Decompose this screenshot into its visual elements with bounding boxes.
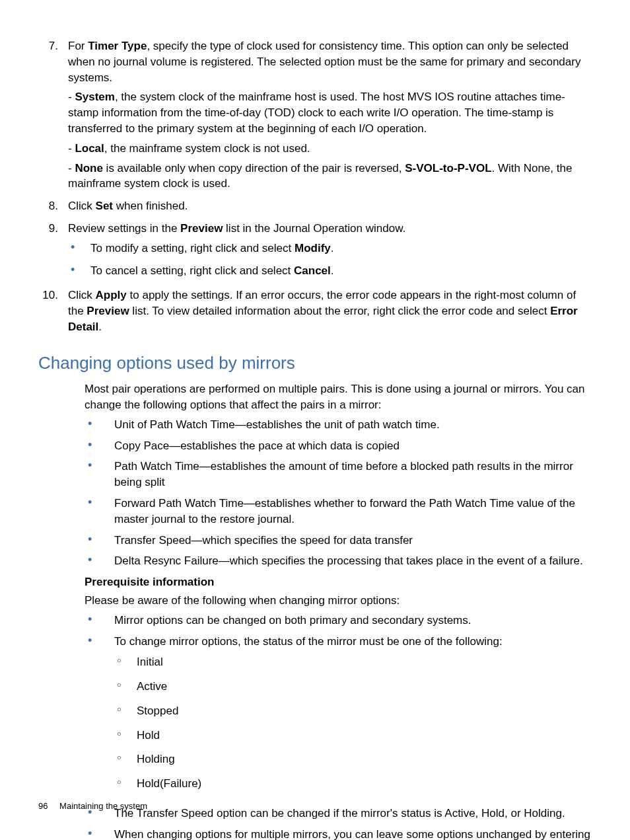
bullet-icon: •	[38, 827, 114, 840]
status-item: ○Stopped	[114, 703, 592, 719]
status-item: ○Initial	[114, 654, 592, 670]
bullet-icon: •	[38, 496, 114, 527]
paragraph: To cancel a setting, right click and sel…	[90, 263, 592, 279]
bullet-body: The Transfer Speed option can be changed…	[114, 806, 592, 821]
option-item: •Delta Resync Failure—which specifies th…	[38, 553, 592, 569]
bullet-icon: •	[38, 553, 114, 569]
list-number: 7.	[38, 38, 68, 196]
paragraph: For Timer Type, specify the type of cloc…	[68, 38, 592, 85]
footer-title: Maintaining the system	[59, 801, 147, 811]
bullet-body: Path Watch Time—establishes the amount o…	[114, 459, 592, 490]
bullet-icon: •	[38, 533, 114, 549]
list-number: 10.	[38, 287, 68, 338]
bullet-body: To modify a setting, right click and sel…	[90, 241, 592, 259]
circle-icon: ○	[114, 728, 137, 744]
list-item-8: 8. Click Set when finished.	[38, 198, 592, 218]
paragraph: Review settings in the Preview list in t…	[68, 221, 592, 237]
bullet-icon: •	[68, 241, 90, 259]
status-label: Hold(Failure)	[137, 776, 592, 792]
status-list: ○Initial ○Active ○Stopped ○Hold ○Holding…	[114, 654, 592, 792]
numbered-list: 7. For Timer Type, specify the type of c…	[38, 38, 592, 339]
list-number: 9.	[38, 221, 68, 285]
circle-icon: ○	[114, 679, 137, 695]
list-item-10: 10. Click Apply to apply the settings. I…	[38, 287, 592, 338]
sub-bullet-item: • To modify a setting, right click and s…	[68, 241, 592, 259]
list-item-9: 9. Review settings in the Preview list i…	[38, 221, 592, 285]
option-item: •Path Watch Time—establishes the amount …	[38, 459, 592, 490]
bullet-icon: •	[38, 613, 114, 629]
list-body: Review settings in the Preview list in t…	[68, 221, 592, 285]
circle-icon: ○	[114, 751, 137, 767]
paragraph: - None is available only when copy direc…	[68, 161, 592, 192]
bullet-body: Copy Pace—establishes the pace at which …	[114, 438, 592, 454]
sub-bullet-list: • To modify a setting, right click and s…	[68, 241, 592, 282]
bullet-body: To cancel a setting, right click and sel…	[90, 263, 592, 282]
paragraph: To modify a setting, right click and sel…	[90, 241, 592, 256]
paragraph: - Local, the mainframe system clock is n…	[68, 141, 592, 157]
page-footer: 96 Maintaining the system	[38, 800, 147, 812]
bullet-icon: •	[38, 438, 114, 454]
status-item: ○Hold(Failure)	[114, 776, 592, 792]
option-item: •Unit of Path Watch Time—establishes the…	[38, 417, 592, 433]
options-list: •Unit of Path Watch Time—establishes the…	[38, 417, 592, 569]
list-body: Click Apply to apply the settings. If an…	[68, 287, 592, 338]
prereq-item: • To change mirror options, the status o…	[38, 634, 592, 801]
bullet-icon: •	[38, 417, 114, 433]
status-label: Hold	[137, 728, 592, 744]
bullet-body: Forward Path Watch Time—establishes whet…	[114, 496, 592, 527]
status-label: Active	[137, 679, 592, 695]
sub-bullet-item: • To cancel a setting, right click and s…	[68, 263, 592, 282]
page-number: 96	[38, 801, 48, 811]
paragraph: Click Set when finished.	[68, 198, 592, 214]
circle-icon: ○	[114, 654, 137, 670]
prerequisite-intro: Please be aware of the following when ch…	[38, 593, 592, 609]
bullet-body: Mirror options can be changed on both pr…	[114, 613, 592, 629]
status-label: Stopped	[137, 703, 592, 719]
option-item: •Forward Path Watch Time—establishes whe…	[38, 496, 592, 527]
bullet-body: Transfer Speed—which specifies the speed…	[114, 533, 592, 549]
circle-icon: ○	[114, 776, 137, 792]
circle-icon: ○	[114, 703, 137, 719]
bullet-body: Delta Resync Failure—which specifies the…	[114, 553, 592, 569]
bullet-body: To change mirror options, the status of …	[114, 634, 592, 801]
bullet-body: Unit of Path Watch Time—establishes the …	[114, 417, 592, 433]
prerequisite-heading: Prerequisite information	[38, 574, 592, 590]
status-item: ○Holding	[114, 751, 592, 767]
prereq-item: •Mirror options can be changed on both p…	[38, 613, 592, 629]
status-label: Holding	[137, 751, 592, 767]
bullet-icon: •	[68, 263, 90, 282]
bullet-icon: •	[38, 459, 114, 490]
status-item: ○Active	[114, 679, 592, 695]
section-heading: Changing options used by mirrors	[38, 351, 592, 375]
list-body: Click Set when finished.	[68, 198, 592, 218]
bullet-body: When changing options for multiple mirro…	[114, 827, 592, 840]
status-item: ○Hold	[114, 728, 592, 744]
document-page: 7. For Timer Type, specify the type of c…	[0, 0, 630, 840]
prereq-item: •When changing options for multiple mirr…	[38, 827, 592, 840]
option-item: •Transfer Speed—which specifies the spee…	[38, 533, 592, 549]
list-body: For Timer Type, specify the type of cloc…	[68, 38, 592, 196]
bullet-icon: •	[38, 634, 114, 801]
paragraph: - System, the system clock of the mainfr…	[68, 89, 592, 136]
option-item: •Copy Pace—establishes the pace at which…	[38, 438, 592, 454]
paragraph: Click Apply to apply the settings. If an…	[68, 287, 592, 334]
status-label: Initial	[137, 654, 592, 670]
intro-paragraph: Most pair operations are performed on mu…	[38, 381, 592, 413]
list-item-7: 7. For Timer Type, specify the type of c…	[38, 38, 592, 196]
list-number: 8.	[38, 198, 68, 218]
